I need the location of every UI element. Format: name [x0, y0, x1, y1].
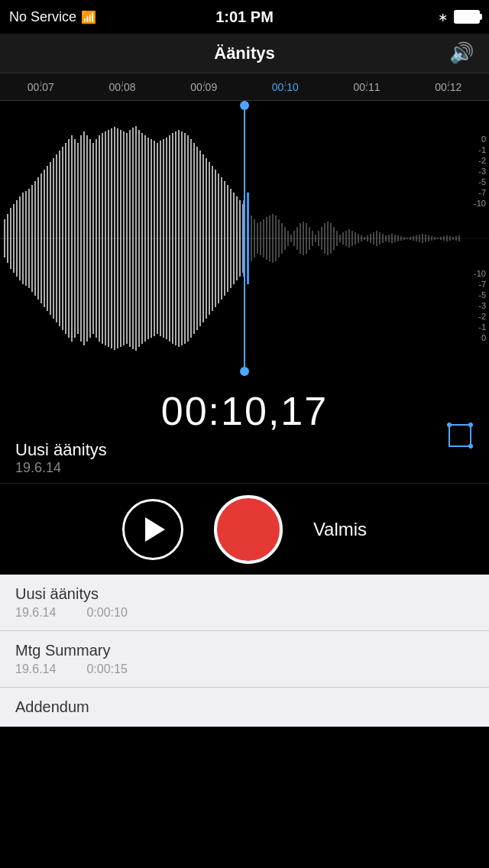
svg-rect-35 [105, 131, 106, 345]
svg-rect-43 [129, 130, 131, 347]
svg-rect-87 [263, 219, 264, 257]
svg-rect-150 [455, 236, 457, 241]
ruler-labels: 00:07 00:08 00:09 00:10 00:11 00:12 [0, 81, 489, 93]
list-item-duration-1: 0:00:15 [86, 662, 127, 676]
svg-rect-108 [327, 222, 329, 255]
svg-rect-31 [92, 143, 94, 334]
svg-rect-147 [446, 235, 448, 241]
svg-rect-100 [303, 222, 304, 255]
recordings-list: Uusi äänitys 19.6.14 0:00:10 Mtg Summary… [0, 575, 489, 727]
svg-rect-71 [215, 170, 216, 307]
status-left: No Service 📶 [9, 9, 96, 25]
trim-icon[interactable] [446, 422, 474, 449]
svg-rect-33 [99, 135, 100, 342]
svg-rect-25 [74, 139, 76, 338]
svg-rect-115 [348, 229, 350, 248]
svg-rect-144 [437, 238, 439, 239]
svg-rect-27 [80, 135, 82, 342]
svg-rect-86 [260, 222, 261, 255]
svg-rect-23 [68, 139, 70, 338]
svg-rect-137 [416, 235, 417, 241]
list-item-title-2: Addendum [15, 698, 474, 716]
svg-rect-28 [83, 131, 85, 345]
svg-rect-106 [321, 227, 322, 250]
svg-rect-39 [117, 128, 118, 348]
svg-rect-91 [275, 215, 277, 261]
svg-rect-118 [358, 234, 359, 243]
db-label-7: -7 [465, 188, 486, 197]
done-button[interactable]: Valmis [313, 519, 367, 540]
svg-rect-136 [413, 236, 414, 241]
recording-name: Uusi äänitys [15, 440, 474, 460]
speaker-icon[interactable]: 🔊 [449, 41, 474, 65]
play-icon [145, 517, 165, 542]
svg-rect-8 [22, 193, 24, 284]
svg-rect-59 [178, 130, 180, 347]
svg-rect-22 [65, 143, 66, 334]
play-button[interactable] [122, 499, 183, 560]
svg-rect-122 [370, 234, 371, 243]
svg-rect-63 [190, 139, 192, 338]
record-inner [223, 504, 274, 555]
svg-rect-29 [86, 135, 88, 342]
svg-rect-148 [449, 236, 451, 241]
svg-rect-112 [339, 235, 341, 242]
svg-rect-120 [364, 237, 365, 240]
svg-rect-68 [206, 158, 207, 319]
timer-display: 00:10,17 [15, 388, 474, 434]
svg-rect-141 [428, 235, 429, 241]
svg-rect-114 [345, 231, 347, 246]
svg-rect-40 [120, 130, 121, 347]
list-item[interactable]: Mtg Summary 19.6.14 0:00:15 [0, 631, 489, 688]
svg-rect-129 [391, 234, 393, 243]
waveform-svg [0, 101, 489, 376]
svg-rect-52 [157, 143, 158, 334]
list-item-partial[interactable]: Addendum [0, 688, 489, 727]
svg-rect-61 [184, 133, 186, 344]
controls-section: Valmis [0, 483, 489, 575]
svg-rect-30 [89, 139, 91, 338]
svg-rect-6 [16, 200, 18, 277]
list-item[interactable]: Uusi äänitys 19.6.14 0:00:10 [0, 575, 489, 631]
svg-rect-84 [254, 219, 255, 257]
db-label-5: -5 [465, 177, 486, 186]
svg-rect-110 [333, 227, 335, 250]
svg-rect-92 [278, 219, 280, 257]
svg-rect-3 [7, 214, 8, 263]
svg-rect-89 [269, 215, 270, 261]
svg-rect-41 [123, 131, 125, 345]
svg-rect-60 [181, 131, 183, 345]
timeline-ruler: 00:07 00:08 00:09 00:10 00:11 00:12 [0, 73, 489, 101]
db-label-0bot: 0 [465, 333, 486, 342]
svg-rect-145 [440, 237, 442, 240]
svg-rect-54 [163, 139, 164, 338]
svg-rect-131 [397, 235, 399, 241]
svg-rect-102 [309, 227, 310, 250]
svg-rect-78 [236, 196, 238, 280]
status-time: 1:01 PM [215, 8, 274, 26]
svg-rect-83 [251, 215, 252, 261]
svg-rect-12 [34, 181, 36, 296]
svg-rect-133 [403, 237, 405, 240]
svg-rect-72 [218, 173, 219, 303]
ruler-tick-3: 00:10 [244, 81, 326, 93]
svg-rect-94 [284, 227, 286, 250]
svg-rect-155 [449, 425, 471, 446]
svg-rect-139 [422, 234, 423, 243]
svg-rect-90 [272, 214, 274, 263]
svg-rect-105 [318, 231, 319, 246]
svg-rect-111 [336, 231, 338, 246]
svg-rect-107 [324, 223, 325, 254]
svg-rect-135 [410, 237, 411, 240]
db-label-0: 0 [465, 134, 486, 144]
svg-rect-53 [160, 141, 161, 336]
bluetooth-icon: ∗ [438, 10, 448, 24]
record-button[interactable] [214, 495, 283, 564]
svg-rect-51 [154, 141, 155, 336]
svg-rect-126 [382, 234, 384, 243]
svg-rect-132 [400, 236, 402, 241]
ruler-tick-2: 00:09 [163, 81, 244, 93]
svg-rect-73 [221, 177, 222, 300]
waveform-area[interactable]: 0 -1 -2 -3 -5 -7 -10 -10 -7 -5 -3 -2 -1 … [0, 101, 489, 376]
svg-rect-44 [132, 128, 134, 349]
